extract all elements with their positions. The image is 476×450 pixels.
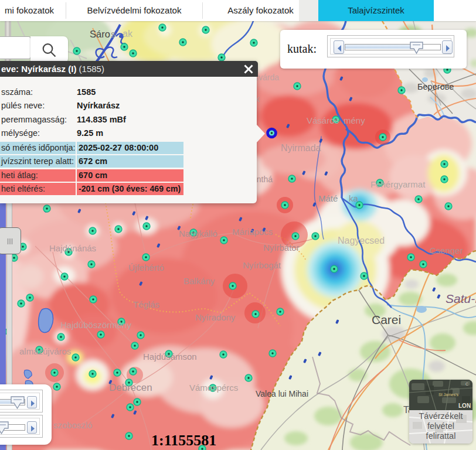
svg-text:Valea lui Mihai: Valea lui Mihai <box>256 389 308 398</box>
svg-text:Téglás: Téglás <box>133 299 159 309</box>
svg-text:Fehérgyarmat: Fehérgyarmat <box>370 179 426 189</box>
svg-text:svárda: svárda <box>254 73 279 82</box>
svg-text:Nyírbátor: Nyírbátor <box>263 243 300 253</box>
svg-text:ka: ka <box>349 193 359 203</box>
svg-text:Balkány: Balkány <box>183 276 215 286</box>
svg-text:Hajdúböszörmény: Hajdúböszörmény <box>60 320 131 330</box>
svg-text:Hajdúnánás: Hajdúnánás <box>49 243 96 253</box>
svg-text:Берегове: Берегове <box>417 82 454 91</box>
svg-text:Újfehértó: Újfehértó <box>128 262 164 272</box>
svg-text:Nagyecsed: Nagyecsed <box>338 236 385 246</box>
svg-text:szoboszló: szoboszló <box>53 420 93 430</box>
svg-text:Hajdúsámson: Hajdúsámson <box>143 352 197 362</box>
svg-text:Sáro: Sáro <box>90 29 110 39</box>
svg-text:St James's: St James's <box>438 393 459 397</box>
svg-text:Nyirmada: Nyirmada <box>281 143 321 153</box>
svg-text:Vásáros: Vásáros <box>307 115 339 125</box>
svg-text:Nyíradony: Nyíradony <box>195 312 236 322</box>
svg-text:Csenger: Csenger <box>430 246 463 255</box>
svg-text:Debrecen: Debrecen <box>109 382 152 393</box>
svg-text:Máté: Máté <box>318 193 338 203</box>
svg-text:Nagykálló: Nagykálló <box>179 229 217 238</box>
svg-text:Satu-M: Satu-M <box>446 292 476 305</box>
svg-text:Carei: Carei <box>372 313 401 326</box>
svg-text:ak: ak <box>123 29 133 39</box>
svg-text:s: s <box>111 29 115 39</box>
svg-text:Nyírbogát: Nyírbogát <box>243 260 281 270</box>
svg-text:LON: LON <box>458 403 471 409</box>
svg-text:Vámospércs: Vámospércs <box>189 383 238 393</box>
svg-text:C: C <box>465 382 468 386</box>
svg-text:mény: mény <box>344 115 365 125</box>
svg-text:Máriapócs: Máriapócs <box>232 227 273 237</box>
svg-text:almazújváros: almazújváros <box>19 346 71 356</box>
